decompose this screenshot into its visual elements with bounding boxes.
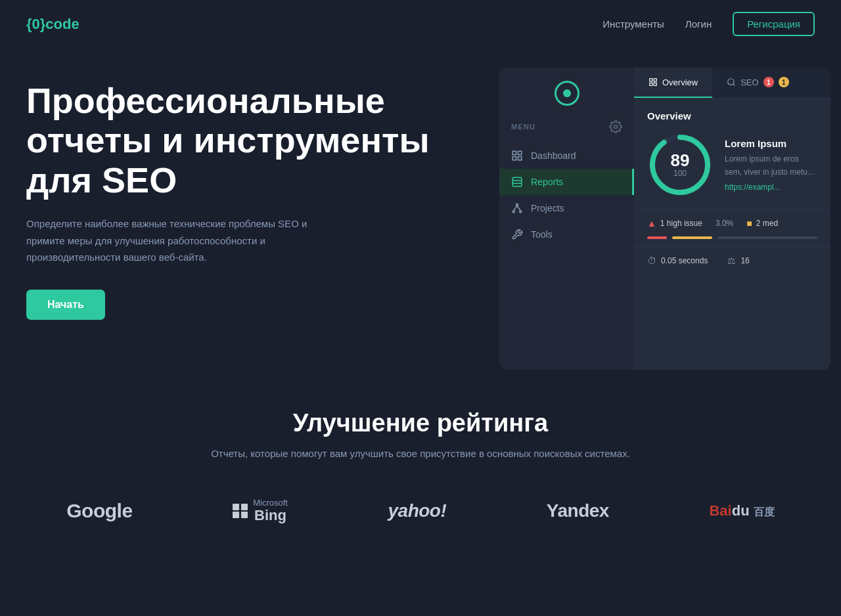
nav-login[interactable]: Логин [685, 18, 712, 30]
sidebar-projects-label: Projects [531, 203, 564, 213]
baidu-chinese: 百度 [754, 506, 775, 517]
list-icon [511, 176, 523, 188]
svg-rect-15 [654, 83, 656, 85]
stat-time: ⏱ 0.05 seconds [647, 255, 708, 266]
sidebar-menu-text: MENU [511, 123, 535, 131]
circle-center: 89 100 [671, 152, 690, 178]
circle-total: 100 [671, 169, 690, 178]
svg-rect-5 [512, 177, 522, 187]
bing-cell-1 [233, 504, 239, 510]
stats-row: ⏱ 0.05 seconds ⚖ 16 [634, 247, 830, 274]
sidebar-dashboard-label: Dashboard [531, 150, 576, 161]
circle-score: 89 [671, 152, 690, 169]
progress-bar-gray [717, 236, 817, 239]
tab-overview[interactable]: Overview [634, 68, 712, 98]
svg-line-18 [733, 84, 735, 86]
issue-pct: 3.0% [716, 219, 733, 228]
card-title: Lorem Ipsum [725, 138, 817, 149]
hero-section: Профессиональные отчеты и инструменты дл… [0, 48, 841, 370]
yahoo-logo-text: yahoo! [388, 500, 446, 521]
score-circle: 89 100 [647, 132, 713, 198]
tab-overview-label: Overview [662, 77, 698, 87]
baidu-logo: Baidu 百度 [709, 502, 774, 519]
overview-card: 89 100 Lorem Ipsum Lorem ipsum de eros s… [647, 132, 817, 198]
svg-rect-3 [518, 157, 522, 160]
bottom-title: Улучшение рейтинга [26, 409, 815, 437]
bing-cell-3 [233, 512, 239, 518]
issue-medium: ■ 2 med [746, 218, 778, 229]
stat-time-value: 0.05 seconds [661, 256, 708, 265]
card-desc: Lorem ipsum de eros sem, viver in justo … [725, 153, 817, 178]
svg-point-8 [516, 204, 518, 206]
sidebar-item-tools[interactable]: Tools [499, 221, 634, 248]
high-issue-icon: ▲ [647, 218, 656, 229]
main-panel: Overview SEO 1 1 Overview [634, 68, 830, 370]
nav-links: Инструменты Логин Регисрация [602, 12, 815, 36]
sidebar-item-dashboard[interactable]: Dashboard [499, 143, 634, 169]
tabs-row: Overview SEO 1 1 [634, 68, 830, 99]
svg-point-0 [614, 125, 618, 129]
svg-rect-4 [512, 157, 516, 160]
bing-icon [233, 504, 248, 518]
network-icon [511, 202, 523, 214]
stat-scale: ⚖ 16 [727, 255, 749, 266]
stat-scale-value: 16 [740, 256, 749, 265]
settings-icon [609, 120, 622, 133]
sidebar-logo-dot [563, 89, 571, 97]
tab-seo-badge1: 1 [763, 77, 774, 87]
tab-seo-label: SEO [740, 77, 758, 87]
high-issue-text: 1 high issue [660, 219, 702, 228]
hero-cta-button[interactable]: Начать [26, 290, 105, 320]
svg-point-10 [520, 211, 522, 213]
medium-issue-text: 2 med [756, 219, 778, 228]
svg-point-9 [512, 211, 514, 213]
bing-prefix: Microsoft [253, 498, 288, 508]
bottom-subtitle: Отчеты, которые помогут вам улучшить сво… [26, 448, 815, 459]
bing-logo: Microsoft Bing [233, 498, 288, 523]
app-mockup: MENU Dashboard Reports [499, 68, 830, 370]
google-logo-text: Google [66, 500, 132, 521]
logos-row: Google Microsoft Bing yahoo! [26, 498, 815, 523]
hero-title: Профессиональные отчеты и инструменты дл… [26, 81, 486, 200]
issue-pct-text: 3.0% [716, 219, 733, 228]
tab-seo[interactable]: SEO 1 1 [712, 68, 803, 98]
card-link[interactable]: https://exampl... [725, 183, 817, 192]
svg-rect-1 [512, 151, 516, 154]
bing-cell-2 [241, 504, 248, 510]
sidebar-logo-icon [555, 81, 580, 106]
sidebar-item-reports[interactable]: Reports [499, 169, 634, 195]
issue-high: ▲ 1 high issue [647, 218, 702, 229]
medium-issue-icon: ■ [746, 218, 752, 229]
baidu-logo-text: Baidu 百度 [709, 502, 774, 519]
yandex-logo-text: Yandex [547, 500, 609, 521]
search-icon [727, 77, 736, 87]
clock-icon: ⏱ [647, 255, 656, 266]
logo: {0}code [26, 16, 80, 33]
svg-rect-14 [654, 79, 656, 81]
svg-point-17 [728, 79, 734, 85]
issues-row: ▲ 1 high issue 3.0% ■ 2 med [634, 209, 830, 236]
yahoo-logo: yahoo! [388, 500, 446, 521]
card-info: Lorem Ipsum Lorem ipsum de eros sem, viv… [725, 138, 817, 191]
baidu-red-part: Bai [709, 502, 731, 519]
google-logo: Google [66, 500, 132, 522]
svg-rect-2 [518, 151, 522, 154]
hero-subtitle: Определите наиболее важные технические п… [26, 215, 342, 266]
bing-cell-4 [241, 512, 248, 518]
tab-seo-badge2: 1 [779, 77, 789, 87]
nav-tools[interactable]: Инструменты [602, 18, 664, 30]
yandex-logo: Yandex [547, 500, 609, 521]
overview-section-title: Overview [647, 110, 817, 121]
sidebar-panel: MENU Dashboard Reports [499, 68, 634, 370]
progress-bar-row [634, 236, 830, 247]
bing-grid-row1 [233, 504, 248, 510]
navbar: {0}code Инструменты Логин Регисрация [0, 0, 841, 48]
sidebar-tools-label: Tools [531, 229, 553, 240]
sidebar-item-projects[interactable]: Projects [499, 195, 634, 221]
register-button[interactable]: Регисрация [733, 12, 815, 36]
svg-rect-16 [650, 83, 652, 85]
overview-section: Overview 89 100 [634, 99, 830, 209]
bing-grid-row2 [233, 512, 248, 518]
scale-icon: ⚖ [727, 255, 736, 266]
hero-text: Профессиональные отчеты и инструменты дл… [26, 74, 499, 320]
